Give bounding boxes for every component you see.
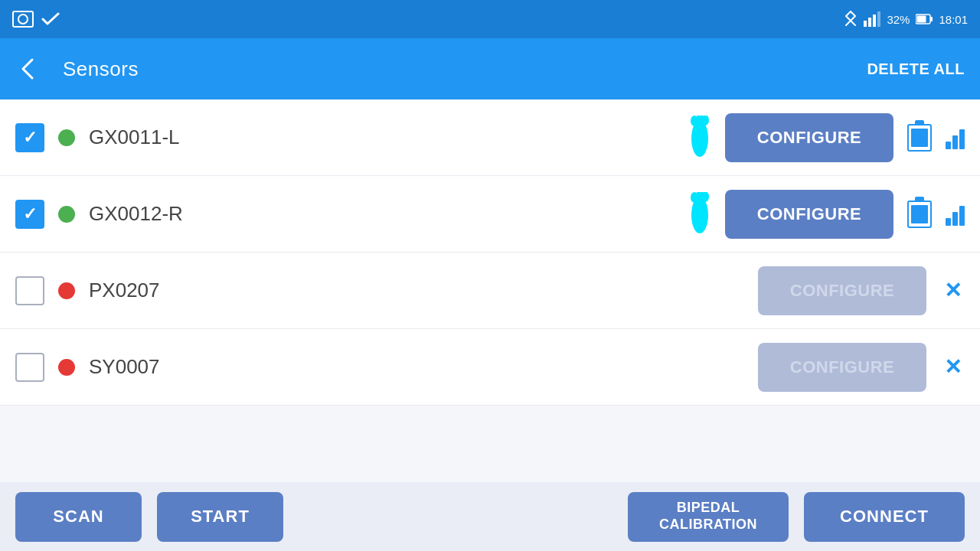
status-dot-1	[58, 129, 75, 146]
sensor-name-1: GX0011-L	[89, 126, 675, 149]
chart-icon-2	[946, 203, 965, 226]
battery-fill-1	[911, 129, 928, 147]
delete-all-button[interactable]: DELETE ALL	[867, 60, 965, 78]
battery-icon-2	[907, 201, 932, 228]
configure-btn-1[interactable]: CONFIGURE	[725, 113, 893, 162]
delete-btn-3[interactable]: ✕	[940, 278, 965, 303]
status-dot-3	[58, 282, 75, 299]
battery-icon-1	[907, 124, 932, 152]
status-left-icons	[12, 11, 60, 28]
chart-bar-2c	[959, 206, 965, 226]
sensor-name-2: GX0012-R	[89, 202, 675, 226]
bipedal-calibration-button[interactable]: BIPEDAL CALIBRATION	[628, 492, 789, 542]
battery-fill-2	[911, 205, 928, 223]
chart-bar-2a	[946, 218, 951, 226]
checkbox-4[interactable]	[15, 353, 44, 382]
battery-status-icon	[916, 14, 933, 24]
sensor-name-3: PX0207	[89, 279, 744, 302]
bipedal-line1: BIPEDAL	[677, 500, 740, 515]
sensor-name-4: SY0007	[89, 355, 744, 379]
signal-icon	[864, 11, 880, 27]
checkmark-icon	[41, 11, 60, 27]
chart-bar-1b	[952, 135, 958, 149]
status-dot-2	[58, 206, 75, 223]
scan-button[interactable]: SCAN	[15, 492, 142, 542]
checkbox-3[interactable]	[15, 276, 44, 305]
sensor-row-2: GX0012-R CONFIGURE	[0, 176, 980, 253]
svg-rect-2	[873, 15, 876, 27]
sensor-row-4: SY0007 CONFIGURE ✕	[0, 329, 980, 406]
configure-btn-3: CONFIGURE	[758, 266, 926, 315]
start-button[interactable]: START	[157, 492, 283, 542]
checkbox-1[interactable]	[15, 123, 44, 152]
photo-icon	[12, 11, 34, 28]
svg-rect-5	[930, 17, 933, 21]
svg-rect-0	[864, 21, 867, 27]
back-button[interactable]	[15, 57, 40, 81]
delete-btn-4[interactable]: ✕	[940, 354, 965, 380]
time-display: 18:01	[939, 13, 968, 26]
foot-icon-1	[688, 115, 711, 161]
bipedal-line2: CALIBRATION	[659, 517, 757, 532]
status-right-info: 32% 18:01	[844, 10, 968, 28]
sensor-row-3: PX0207 CONFIGURE ✕	[0, 253, 980, 329]
configure-btn-2[interactable]: CONFIGURE	[725, 190, 893, 239]
bluetooth-icon	[844, 10, 858, 28]
chart-bar-1a	[946, 142, 951, 149]
svg-rect-1	[868, 18, 871, 27]
status-bar: 32% 18:01	[0, 0, 980, 38]
svg-rect-6	[917, 16, 926, 23]
page-title: Sensors	[63, 57, 867, 81]
svg-rect-3	[877, 11, 880, 27]
battery-percentage: 32%	[887, 13, 910, 26]
connect-button[interactable]: CONNECT	[804, 492, 965, 542]
checkbox-2[interactable]	[15, 200, 44, 229]
sensor-list: GX0011-L CONFIGURE GX0012-R	[0, 99, 980, 482]
configure-btn-4: CONFIGURE	[758, 343, 926, 392]
bottom-bar: SCAN START BIPEDAL CALIBRATION CONNECT	[0, 482, 980, 551]
foot-icon-2	[688, 191, 711, 237]
chart-bar-2b	[952, 212, 958, 226]
chart-icon-1	[946, 126, 965, 149]
app-bar: Sensors DELETE ALL	[0, 38, 980, 99]
sensor-row-1: GX0011-L CONFIGURE	[0, 99, 980, 176]
chart-bar-1c	[959, 129, 965, 149]
status-dot-4	[58, 359, 75, 376]
